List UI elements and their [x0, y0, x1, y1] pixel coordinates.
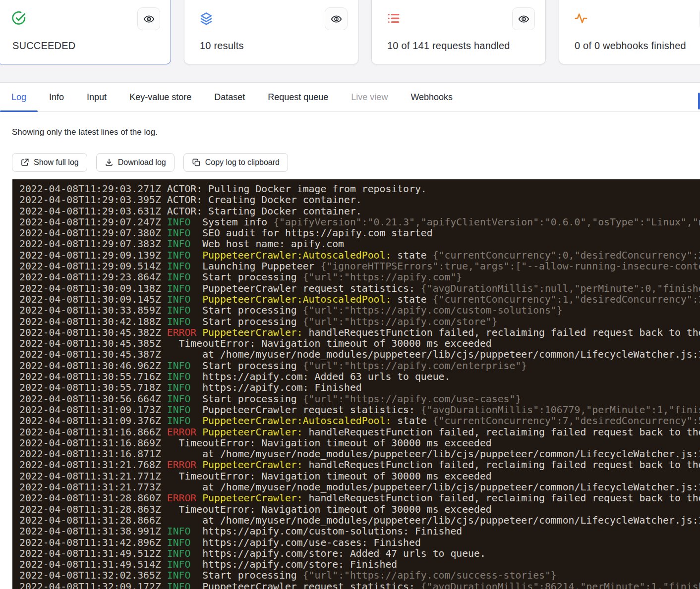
button-label: Download log: [118, 158, 166, 167]
log-notice: Showing only the latest lines of the log…: [12, 127, 158, 137]
watch-card-button[interactable]: [137, 7, 160, 30]
log-line: 2022-04-08T11:30:46.962Z INFO Start proc…: [19, 361, 700, 372]
tab-key-value-store[interactable]: Key-value store: [118, 83, 203, 111]
status-card-label: 0 of 0 webhooks finished: [575, 40, 686, 52]
log-line: 2022-04-08T11:29:03.631Z ACTOR: Starting…: [19, 206, 700, 217]
copy-icon: [192, 158, 201, 167]
tab-info[interactable]: Info: [38, 83, 75, 111]
log-line: 2022-04-08T11:31:21.771Z TimeoutError: N…: [19, 471, 700, 482]
eye-icon: [518, 13, 529, 25]
status-cards-band: SUCCEEDED10 results10 of 141 requests ha…: [0, 0, 700, 82]
log-line: 2022-04-08T11:31:49.512Z INFO https://ap…: [19, 548, 700, 559]
tabs: LogInfoInputKey-value storeDatasetReques…: [0, 83, 700, 111]
log-line: 2022-04-08T11:29:09.139Z INFO PuppeteerC…: [19, 250, 700, 261]
tab-log[interactable]: Log: [0, 83, 38, 111]
log-line: 2022-04-08T11:31:49.514Z INFO https://ap…: [19, 559, 700, 570]
status-card-label: 10 results: [200, 40, 244, 52]
eye-icon: [331, 13, 342, 25]
watch-card-button[interactable]: [512, 7, 535, 30]
log-line: 2022-04-08T11:31:28.860Z ERROR Puppeteer…: [19, 493, 700, 504]
copy-log-to-clipboard-button[interactable]: Copy log to clipboard: [183, 153, 288, 172]
list-icon: [386, 11, 401, 26]
log-line: 2022-04-08T11:30:56.664Z INFO Start proc…: [19, 394, 700, 405]
log-line: 2022-04-08T11:30:42.188Z INFO Start proc…: [19, 317, 700, 327]
log-line: 2022-04-08T11:31:28.863Z TimeoutError: N…: [19, 504, 700, 515]
download-icon: [105, 158, 114, 167]
log-line: 2022-04-08T11:29:07.380Z INFO SEO audit …: [19, 228, 700, 239]
tab-bar: LogInfoInputKey-value storeDatasetReques…: [0, 82, 700, 112]
log-line: 2022-04-08T11:31:21.768Z ERROR Puppeteer…: [19, 460, 700, 471]
log-line: 2022-04-08T11:29:07.383Z INFO Web host n…: [19, 239, 700, 250]
log-line: 2022-04-08T11:29:09.514Z INFO Launching …: [19, 261, 700, 272]
log-line: 2022-04-08T11:29:03.395Z ACTOR: Creating…: [19, 195, 700, 206]
log-line: 2022-04-08T11:29:03.271Z ACTOR: Pulling …: [19, 184, 700, 195]
watch-card-button[interactable]: [325, 7, 348, 30]
log-line: 2022-04-08T11:31:16.869Z TimeoutError: N…: [19, 438, 700, 449]
log-line: 2022-04-08T11:30:45.382Z ERROR Puppeteer…: [19, 327, 700, 338]
download-log-button[interactable]: Download log: [96, 153, 175, 172]
tab-request-queue[interactable]: Request queue: [256, 83, 340, 111]
status-card-label: 10 of 141 requests handled: [387, 40, 510, 52]
tab-live-view[interactable]: Live view: [340, 83, 399, 111]
log-line: 2022-04-08T11:29:07.247Z INFO System inf…: [19, 217, 700, 228]
external-link-icon: [20, 158, 29, 167]
button-label: Show full log: [34, 158, 79, 167]
log-line: 2022-04-08T11:31:09.173Z INFO PuppeteerC…: [19, 405, 700, 416]
status-card[interactable]: 10 results: [184, 0, 358, 64]
log-line: 2022-04-08T11:32:09.172Z INFO PuppeteerC…: [19, 582, 700, 589]
button-label: Copy log to clipboard: [205, 158, 280, 167]
show-full-log-button[interactable]: Show full log: [12, 153, 87, 172]
log-viewer[interactable]: 2022-04-08T11:29:03.271Z ACTOR: Pulling …: [12, 179, 700, 589]
status-card[interactable]: SUCCEEDED: [0, 0, 171, 64]
log-line: 2022-04-08T11:31:42.896Z INFO https://ap…: [19, 537, 700, 548]
log-line: 2022-04-08T11:32:02.365Z INFO Start proc…: [19, 570, 700, 581]
log-line: 2022-04-08T11:30:09.138Z INFO PuppeteerC…: [19, 283, 700, 294]
eye-icon: [143, 13, 155, 25]
log-toolbar: Show full logDownload logCopy log to cli…: [12, 153, 288, 172]
log-lines: 2022-04-08T11:29:03.271Z ACTOR: Pulling …: [12, 179, 700, 589]
log-line: 2022-04-08T11:29:23.864Z INFO Start proc…: [19, 272, 700, 283]
log-line: 2022-04-08T11:30:55.718Z INFO https://ap…: [19, 382, 700, 393]
log-line: 2022-04-08T11:30:45.385Z TimeoutError: N…: [19, 338, 700, 349]
log-line: 2022-04-08T11:30:33.859Z INFO Start proc…: [19, 305, 700, 316]
status-card-label: SUCCEEDED: [12, 40, 75, 52]
pulse-icon: [574, 11, 588, 26]
status-cards: SUCCEEDED10 results10 of 141 requests ha…: [0, 0, 700, 64]
tab-scroll-indicator[interactable]: [698, 93, 700, 109]
log-line: 2022-04-08T11:31:21.773Z at /home/myuser…: [19, 482, 700, 493]
check-circle-icon: [11, 11, 26, 26]
log-line: 2022-04-08T11:31:16.871Z at /home/myuser…: [19, 449, 700, 460]
log-line: 2022-04-08T11:30:45.387Z at /home/myuser…: [19, 349, 700, 360]
log-line: 2022-04-08T11:30:09.145Z INFO PuppeteerC…: [19, 294, 700, 305]
log-line: 2022-04-08T11:31:16.866Z ERROR Puppeteer…: [19, 427, 700, 438]
status-card[interactable]: 0 of 0 webhooks finished: [559, 0, 700, 64]
status-card[interactable]: 10 of 141 requests handled: [371, 0, 546, 64]
log-line: 2022-04-08T11:31:28.866Z at /home/myuser…: [19, 515, 700, 526]
tab-dataset[interactable]: Dataset: [203, 83, 256, 111]
log-line: 2022-04-08T11:31:09.376Z INFO PuppeteerC…: [19, 416, 700, 427]
layers-icon: [199, 11, 214, 26]
tab-input[interactable]: Input: [75, 83, 118, 111]
log-line: 2022-04-08T11:30:55.716Z INFO https://ap…: [19, 372, 700, 382]
tab-webhooks[interactable]: Webhooks: [399, 83, 464, 111]
log-line: 2022-04-08T11:31:38.991Z INFO https://ap…: [19, 526, 700, 537]
